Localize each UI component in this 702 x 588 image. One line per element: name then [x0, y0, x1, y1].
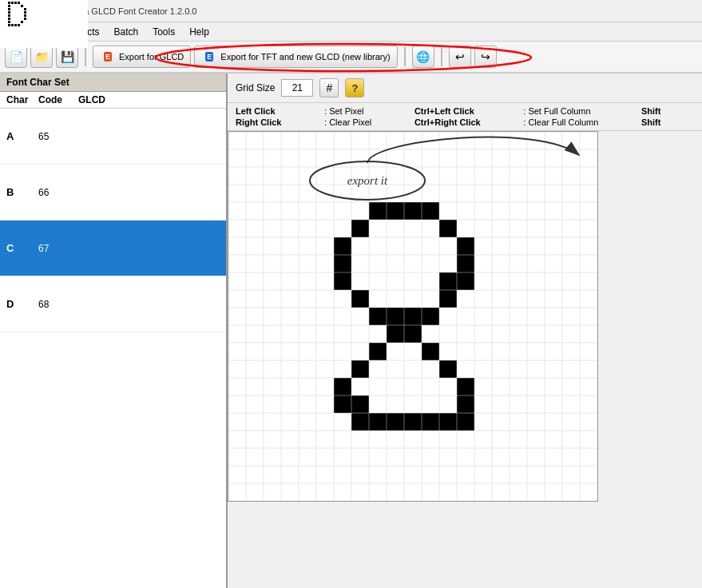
app-title: MikroElektronika GLCD Font Creator 1.2.0… [24, 6, 196, 16]
undo-button[interactable]: ↩ [449, 46, 471, 68]
svg-text:export it: export it [347, 174, 388, 187]
help-button[interactable]: ? [345, 78, 364, 97]
char-label-C: C [6, 242, 38, 254]
menu-bar: File Edit Effects Batch Tools Help [0, 22, 702, 42]
main-layout: Font Char Set Char Code GLCD A 65 B 66 C… [0, 74, 702, 588]
grid-controls: Grid Size # ? [228, 74, 702, 103]
grid-size-input[interactable] [281, 79, 313, 97]
save-button[interactable]: 💾 [56, 46, 78, 68]
ctrl-left-key: Ctrl+Left Click [414, 106, 514, 116]
toolbar: 📄 📁 💾 E Export for GLCD E Export for TFT… [0, 42, 702, 74]
col-char: Char [6, 94, 38, 105]
pixel-grid-canvas[interactable] [228, 131, 598, 502]
font-row-A[interactable]: A 65 [0, 109, 226, 165]
font-row-B[interactable]: B 66 [0, 165, 226, 220]
export-tft-button[interactable]: E Export for TFT and new GLCD (new libra… [194, 46, 397, 68]
left-click-key: Left Click [236, 106, 315, 116]
export-tft-label: Export for TFT and new GLCD (new library… [220, 52, 390, 62]
right-click-val: : Clear Pixel [324, 117, 405, 127]
menu-edit[interactable]: Edit [33, 25, 62, 39]
code-label-67: 67 [38, 243, 78, 254]
font-panel: Font Char Set Char Code GLCD A 65 B 66 C… [0, 74, 228, 588]
menu-tools[interactable]: Tools [146, 25, 181, 39]
font-row-D[interactable]: D 68 [0, 276, 226, 332]
col-glcd: GLCD [78, 94, 220, 105]
title-bar: M MikroElektronika GLCD Font Creator 1.2… [0, 0, 702, 22]
open-button[interactable]: 📁 [30, 46, 53, 68]
shift-label-1: Shift [641, 106, 694, 116]
col-code: Code [38, 94, 78, 105]
redo-button[interactable]: ↪ [474, 46, 497, 68]
grid-icon-button[interactable]: # [319, 78, 339, 97]
font-table-header: Char Code GLCD [0, 92, 226, 109]
shift-label-2: Shift [641, 117, 694, 127]
ctrl-right-val: : Clear Full Column [523, 117, 632, 127]
grid-size-label: Grid Size [236, 82, 275, 93]
char-label-A: A [6, 130, 38, 142]
new-button[interactable]: 📄 [5, 46, 27, 68]
ctrl-right-key: Ctrl+Right Click [414, 117, 514, 127]
web-button[interactable]: 🌐 [412, 46, 434, 68]
char-label-D: D [6, 298, 38, 310]
app-icon: M [6, 5, 19, 18]
toolbar-separator-2 [404, 47, 406, 66]
export-glcd-label: Export for GLCD [119, 52, 184, 62]
font-panel-header: Font Char Set [0, 74, 226, 92]
char-label-B: B [6, 186, 38, 198]
left-click-val: : Set Pixel [324, 106, 405, 116]
right-click-key: Right Click [236, 117, 315, 127]
toolbar-separator-1 [85, 47, 86, 66]
code-label-66: 66 [38, 187, 78, 198]
pixel-grid-container: export it [228, 131, 702, 588]
menu-help[interactable]: Help [183, 25, 216, 39]
code-label-68: 68 [38, 299, 78, 310]
ctrl-left-val: : Set Full Column [523, 106, 632, 116]
export-annotation-svg: export it [228, 131, 702, 514]
font-table-body: A 65 B 66 C 67 D 68 [0, 109, 226, 588]
menu-batch[interactable]: Batch [108, 25, 145, 39]
right-panel: Grid Size # ? Left Click : Set Pixel Ctr… [228, 74, 702, 588]
export-tft-icon: E [201, 49, 217, 65]
code-label-65: 65 [38, 131, 78, 142]
font-row-C[interactable]: C 67 [0, 220, 226, 276]
toolbar-separator-3 [441, 47, 442, 66]
instructions: Left Click : Set Pixel Ctrl+Left Click :… [228, 103, 702, 131]
menu-effects[interactable]: Effects [64, 25, 105, 39]
menu-file[interactable]: File [3, 25, 31, 39]
export-glcd-button[interactable]: E Export for GLCD [93, 46, 191, 68]
export-glcd-icon: E [100, 49, 116, 65]
svg-point-1 [310, 161, 425, 200]
